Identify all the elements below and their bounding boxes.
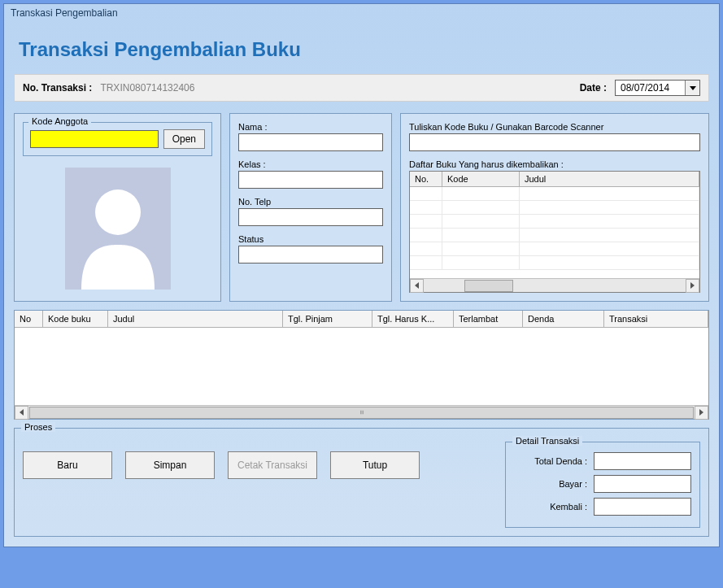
- mcol-no[interactable]: No: [15, 311, 43, 327]
- nama-label: Nama :: [238, 122, 383, 132]
- title-bar: Transkasi Pengembalian: [4, 4, 719, 22]
- return-grid-header: No. Kode Judul: [410, 172, 699, 187]
- total-denda-input[interactable]: [594, 452, 691, 470]
- txn-no-label: No. Transaksi :: [23, 82, 92, 94]
- return-list-label: Daftar Buku Yang harus dikembalikan :: [409, 159, 700, 169]
- kembali-input[interactable]: [594, 498, 691, 516]
- chevron-down-icon[interactable]: [685, 81, 699, 95]
- detail-transaksi-group: Detail Transaksi Total Denda : Bayar : K…: [505, 442, 700, 528]
- transaction-info-row: No. Transaksi : TRXIN080714132406 Date :: [14, 74, 709, 102]
- kelas-input[interactable]: [238, 171, 383, 189]
- tutup-button[interactable]: Tutup: [330, 451, 420, 479]
- member-panel: Kode Anggota Open: [14, 113, 221, 302]
- return-list-grid[interactable]: No. Kode Judul: [409, 171, 700, 293]
- window-title: Transkasi Pengembalian: [11, 7, 118, 19]
- status-input[interactable]: [238, 246, 383, 264]
- book-panel: Tuliskan Kode Buku / Gunakan Barcode Sca…: [400, 113, 709, 302]
- col-kode[interactable]: Kode: [442, 172, 520, 186]
- barcode-input[interactable]: [409, 133, 700, 151]
- col-no[interactable]: No.: [410, 172, 442, 186]
- return-grid-body: [410, 187, 699, 278]
- date-dropdown[interactable]: [615, 80, 700, 96]
- return-grid-hscroll[interactable]: [410, 278, 699, 292]
- mcol-terlambat[interactable]: Terlambat: [454, 311, 523, 327]
- scroll-thumb[interactable]: [464, 280, 513, 292]
- person-icon: [65, 168, 171, 290]
- panels-row: Kode Anggota Open Nama :: [14, 113, 709, 302]
- kode-anggota-legend: Kode Anggota: [28, 116, 91, 126]
- avatar-placeholder: [65, 168, 171, 290]
- proses-group: Proses Baru Simpan Cetak Transaksi Tutup…: [14, 428, 709, 537]
- main-scroll-left-icon[interactable]: [15, 406, 28, 420]
- member-details-panel: Nama : Kelas : No. Telp Status: [229, 113, 392, 302]
- scanner-label: Tuliskan Kode Buku / Gunakan Barcode Sca…: [409, 122, 700, 132]
- telp-input[interactable]: [238, 208, 383, 226]
- kelas-label: Kelas :: [238, 159, 383, 169]
- txn-no-value: TRXIN080714132406: [100, 82, 194, 94]
- date-label: Date :: [580, 82, 607, 94]
- open-button[interactable]: Open: [163, 129, 205, 149]
- nama-input[interactable]: [238, 133, 383, 151]
- mcol-tgl-harus[interactable]: Tgl. Harus K...: [372, 311, 454, 327]
- main-grid-header: No Kode buku Judul Tgl. Pinjam Tgl. Haru…: [15, 311, 708, 328]
- baru-button[interactable]: Baru: [23, 451, 112, 479]
- mcol-kode[interactable]: Kode buku: [43, 311, 108, 327]
- main-scroll-right-icon[interactable]: [695, 406, 708, 420]
- date-input[interactable]: [616, 81, 685, 95]
- action-buttons: Baru Simpan Cetak Transaksi Tutup: [23, 442, 420, 479]
- telp-label: No. Telp: [238, 197, 383, 207]
- page-title: Transaksi Pengembalian Buku: [19, 38, 709, 61]
- mcol-tgl-pinjam[interactable]: Tgl. Pinjam: [283, 311, 372, 327]
- content-area: Transaksi Pengembalian Buku No. Transaks…: [4, 22, 719, 547]
- total-denda-label: Total Denda :: [514, 456, 587, 466]
- detail-legend: Detail Transaksi: [512, 436, 582, 446]
- main-scroll-thumb[interactable]: [29, 407, 694, 419]
- bayar-label: Bayar :: [514, 479, 587, 489]
- main-grid-hscroll[interactable]: [15, 405, 708, 419]
- bayar-input[interactable]: [594, 475, 691, 493]
- cetak-transaksi-button: Cetak Transaksi: [228, 451, 317, 479]
- col-judul[interactable]: Judul: [520, 172, 699, 186]
- kode-anggota-group: Kode Anggota Open: [23, 122, 212, 156]
- scroll-left-icon[interactable]: [410, 279, 424, 293]
- mcol-judul[interactable]: Judul: [108, 311, 283, 327]
- proses-legend: Proses: [21, 422, 55, 432]
- kode-anggota-input[interactable]: [30, 130, 159, 148]
- scroll-right-icon[interactable]: [686, 279, 699, 293]
- simpan-button[interactable]: Simpan: [125, 451, 215, 479]
- kembali-label: Kembali :: [514, 502, 587, 512]
- main-grid-body: [15, 328, 708, 405]
- mcol-denda[interactable]: Denda: [523, 311, 604, 327]
- svg-point-1: [95, 189, 141, 235]
- status-label: Status: [238, 234, 383, 244]
- main-grid[interactable]: No Kode buku Judul Tgl. Pinjam Tgl. Haru…: [14, 310, 709, 420]
- mcol-transaksi[interactable]: Transaksi: [604, 311, 708, 327]
- app-window: Transkasi Pengembalian Transaksi Pengemb…: [3, 3, 720, 547]
